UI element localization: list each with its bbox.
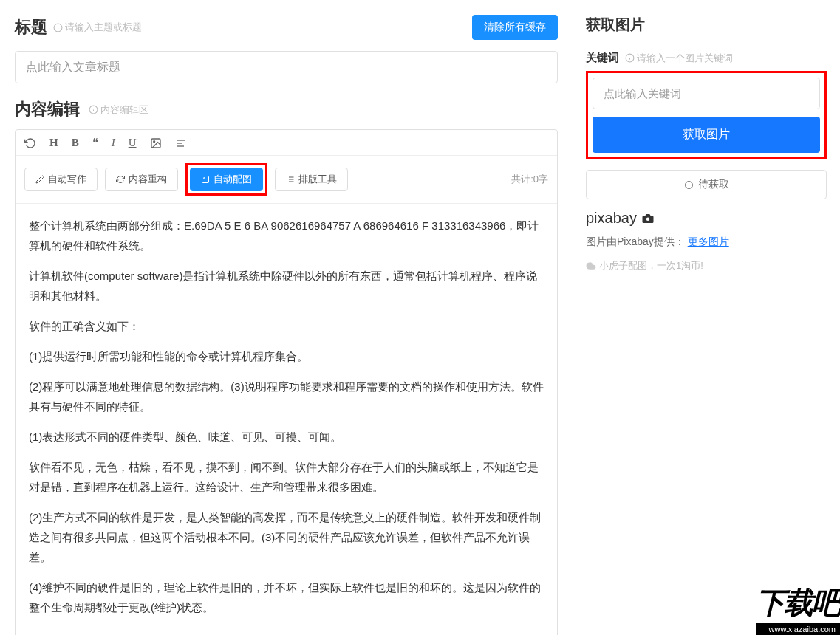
editor-container: H B ❝ I U 自动写作 内容重构 自动配图 (15, 129, 558, 635)
svg-point-23 (646, 218, 650, 222)
title-label: 标题 (15, 16, 47, 38)
underline-icon[interactable]: U (129, 137, 137, 149)
layout-icon (286, 175, 295, 184)
paragraph: (2)程序可以满意地处理信息的数据结构。(3)说明程序功能要求和程序需要的文档的… (29, 377, 544, 416)
watermark: 下载吧 www.xiazaiba.com (756, 583, 840, 635)
editor-content[interactable]: 整个计算机系统由两部分组成：E.69DA 5 E 6 BA 9062616964… (16, 204, 557, 635)
editor-hint: 内容编辑区 (89, 103, 148, 117)
auto-write-button[interactable]: 自动写作 (24, 168, 98, 191)
keyword-hint: 请输入一个图片关键词 (625, 52, 733, 65)
keyword-label-row: 关键词 请输入一个图片关键词 (586, 51, 827, 65)
title-header: 标题 请输入主题或标题 清除所有缓存 (15, 15, 558, 40)
title-hint: 请输入主题或标题 (53, 21, 142, 34)
restructure-button[interactable]: 内容重构 (105, 168, 178, 191)
promo-text: 小虎子配图，一次1淘币! (586, 259, 827, 272)
align-icon[interactable] (175, 136, 187, 149)
refresh-icon (116, 175, 125, 184)
action-toolbar: 自动写作 内容重构 自动配图 排版工具 共计:0字 (16, 156, 557, 204)
info-icon (53, 23, 63, 32)
highlight-frame: 自动配图 (185, 163, 267, 196)
paragraph: 整个计算机系统由两部分组成：E.69DA 5 E 6 BA 9062616964… (29, 216, 544, 255)
clear-cache-button[interactable]: 清除所有缓存 (472, 15, 558, 40)
paragraph: (1)提供运行时所需功能和性能的命令或计算机程序集合。 (29, 346, 544, 366)
article-title-input[interactable] (15, 51, 558, 83)
paragraph: (1)表达形式不同的硬件类型、颜色、味道、可见、可摸、可闻。 (29, 427, 544, 447)
paragraph: (2)生产方式不同的软件是开发，是人类智能的高发挥，而不是传统意义上的硬件制造。… (29, 507, 544, 567)
image-icon[interactable] (150, 136, 162, 149)
watermark-url: www.xiazaiba.com (756, 623, 840, 635)
paragraph: (4)维护不同的硬件是旧的，理论上软件是旧的，并不坏，但实际上软件也是旧的和坏的… (29, 577, 544, 617)
layout-tool-button[interactable]: 排版工具 (275, 168, 348, 191)
cloud-icon (586, 261, 596, 271)
camera-icon (640, 210, 656, 226)
svg-point-7 (153, 141, 154, 143)
pencil-icon (35, 175, 44, 184)
auto-image-button[interactable]: 自动配图 (190, 168, 263, 191)
svg-point-22 (685, 181, 692, 188)
editor-header: 内容编辑 内容编辑区 (15, 98, 558, 120)
info-icon (89, 105, 98, 114)
heading-icon[interactable]: H (49, 137, 58, 149)
editor-label: 内容编辑 (15, 100, 80, 118)
get-image-button[interactable]: 获取图片 (593, 117, 820, 153)
svg-rect-11 (202, 176, 209, 183)
circle-icon (684, 180, 694, 190)
info-icon (625, 53, 635, 63)
paragraph: 计算机软件(computer software)是指计算机系统中除硬件以外的所有… (29, 266, 544, 306)
photo-icon (201, 175, 210, 184)
highlight-frame: 获取图片 (586, 71, 827, 159)
sidebar-title: 获取图片 (586, 15, 827, 35)
keyword-label: 关键词 (586, 51, 619, 65)
paragraph: 软件的正确含义如下： (29, 316, 544, 336)
bold-icon[interactable]: B (72, 137, 79, 149)
italic-icon[interactable]: I (112, 137, 115, 149)
svg-point-12 (204, 178, 205, 179)
undo-icon[interactable] (24, 136, 36, 149)
more-images-link[interactable]: 更多图片 (688, 236, 729, 247)
pending-status[interactable]: 待获取 (586, 170, 827, 199)
sidebar-panel: 获取图片 关键词 请输入一个图片关键词 获取图片 待获取 pixabay 图片由… (573, 0, 840, 635)
keyword-input[interactable] (593, 78, 820, 109)
main-panel: 标题 请输入主题或标题 清除所有缓存 内容编辑 内容编辑区 H B ❝ I U (0, 0, 573, 635)
paragraph: 软件看不见，无色，枯燥，看不见，摸不到，闻不到。软件大部分存在于人们的头脑或纸上… (29, 457, 544, 497)
pixabay-logo: pixabay (586, 210, 827, 227)
image-credit: 图片由Pixabay提供： 更多图片 (586, 236, 827, 249)
format-toolbar: H B ❝ I U (16, 130, 557, 156)
watermark-logo: 下载吧 (756, 583, 840, 623)
word-count: 共计:0字 (511, 173, 548, 186)
quote-icon[interactable]: ❝ (92, 136, 98, 149)
